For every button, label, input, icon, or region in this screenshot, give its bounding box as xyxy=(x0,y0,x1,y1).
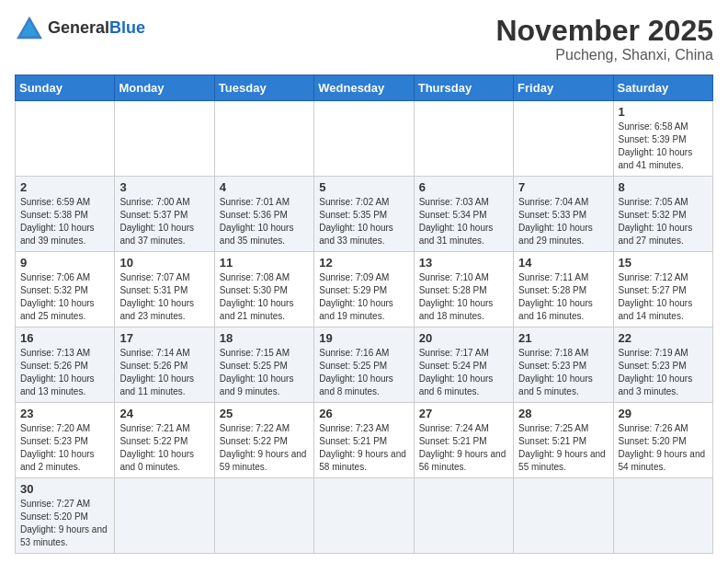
logo: GeneralBlue xyxy=(15,15,145,40)
calendar-cell xyxy=(514,478,613,554)
day-number: 25 xyxy=(220,407,309,420)
cell-info: Sunrise: 7:12 AM Sunset: 5:27 PM Dayligh… xyxy=(619,271,708,323)
calendar-cell xyxy=(414,101,513,177)
day-number: 23 xyxy=(20,407,109,420)
cell-info: Sunrise: 7:17 AM Sunset: 5:24 PM Dayligh… xyxy=(419,347,508,398)
calendar-cell: 18Sunrise: 7:15 AM Sunset: 5:25 PM Dayli… xyxy=(214,327,313,403)
calendar-cell xyxy=(613,478,712,554)
location-title: Pucheng, Shanxi, China xyxy=(495,47,713,63)
day-number: 29 xyxy=(619,407,708,420)
cell-info: Sunrise: 6:58 AM Sunset: 5:39 PM Dayligh… xyxy=(619,121,708,172)
day-number: 22 xyxy=(619,331,708,345)
calendar-cell: 17Sunrise: 7:14 AM Sunset: 5:26 PM Dayli… xyxy=(115,327,214,403)
cell-info: Sunrise: 7:22 AM Sunset: 5:22 PM Dayligh… xyxy=(220,422,309,474)
cell-info: Sunrise: 7:00 AM Sunset: 5:37 PM Dayligh… xyxy=(119,196,209,247)
calendar-week-row: 30Sunrise: 7:27 AM Sunset: 5:20 PM Dayli… xyxy=(16,478,713,554)
day-number: 24 xyxy=(119,407,209,420)
cell-info: Sunrise: 7:05 AM Sunset: 5:32 PM Dayligh… xyxy=(619,196,708,247)
calendar-cell xyxy=(314,478,414,554)
calendar-cell: 10Sunrise: 7:07 AM Sunset: 5:31 PM Dayli… xyxy=(115,252,214,327)
calendar-cell: 27Sunrise: 7:24 AM Sunset: 5:21 PM Dayli… xyxy=(414,403,513,478)
calendar-week-row: 16Sunrise: 7:13 AM Sunset: 5:26 PM Dayli… xyxy=(16,327,713,403)
calendar-week-row: 9Sunrise: 7:06 AM Sunset: 5:32 PM Daylig… xyxy=(16,252,713,327)
day-number: 17 xyxy=(119,331,209,345)
weekday-header-thursday: Thursday xyxy=(414,75,513,101)
weekday-header-saturday: Saturday xyxy=(613,75,712,101)
calendar-cell xyxy=(115,101,214,177)
cell-info: Sunrise: 7:08 AM Sunset: 5:30 PM Dayligh… xyxy=(220,271,309,323)
day-number: 2 xyxy=(20,180,109,194)
calendar-cell: 23Sunrise: 7:20 AM Sunset: 5:23 PM Dayli… xyxy=(16,403,115,478)
cell-info: Sunrise: 7:15 AM Sunset: 5:25 PM Dayligh… xyxy=(220,347,309,398)
calendar-cell: 16Sunrise: 7:13 AM Sunset: 5:26 PM Dayli… xyxy=(16,327,115,403)
day-number: 12 xyxy=(319,256,408,270)
day-number: 21 xyxy=(518,331,608,345)
calendar-cell: 20Sunrise: 7:17 AM Sunset: 5:24 PM Dayli… xyxy=(414,327,513,403)
calendar-cell: 25Sunrise: 7:22 AM Sunset: 5:22 PM Dayli… xyxy=(214,403,313,478)
day-number: 9 xyxy=(20,256,109,270)
calendar-week-row: 23Sunrise: 7:20 AM Sunset: 5:23 PM Dayli… xyxy=(16,403,713,478)
weekday-header-wednesday: Wednesday xyxy=(314,75,414,101)
calendar-cell: 2Sunrise: 6:59 AM Sunset: 5:38 PM Daylig… xyxy=(16,177,115,252)
cell-info: Sunrise: 7:25 AM Sunset: 5:21 PM Dayligh… xyxy=(518,422,608,474)
logo-text: GeneralBlue xyxy=(48,18,145,38)
cell-info: Sunrise: 7:10 AM Sunset: 5:28 PM Dayligh… xyxy=(419,271,508,323)
cell-info: Sunrise: 7:13 AM Sunset: 5:26 PM Dayligh… xyxy=(20,347,109,398)
calendar-cell: 8Sunrise: 7:05 AM Sunset: 5:32 PM Daylig… xyxy=(613,177,712,252)
day-number: 26 xyxy=(319,407,408,420)
calendar-cell: 1Sunrise: 6:58 AM Sunset: 5:39 PM Daylig… xyxy=(613,101,712,177)
calendar-cell xyxy=(16,101,115,177)
calendar-cell: 21Sunrise: 7:18 AM Sunset: 5:23 PM Dayli… xyxy=(514,327,613,403)
calendar-cell: 24Sunrise: 7:21 AM Sunset: 5:22 PM Dayli… xyxy=(115,403,214,478)
cell-info: Sunrise: 7:01 AM Sunset: 5:36 PM Dayligh… xyxy=(220,196,309,247)
cell-info: Sunrise: 7:06 AM Sunset: 5:32 PM Dayligh… xyxy=(20,271,109,323)
calendar-cell: 26Sunrise: 7:23 AM Sunset: 5:21 PM Dayli… xyxy=(314,403,414,478)
logo-icon xyxy=(15,15,44,40)
calendar-cell: 7Sunrise: 7:04 AM Sunset: 5:33 PM Daylig… xyxy=(514,177,613,252)
day-number: 27 xyxy=(419,407,508,420)
calendar-header-row: SundayMondayTuesdayWednesdayThursdayFrid… xyxy=(16,75,713,101)
calendar-cell: 19Sunrise: 7:16 AM Sunset: 5:25 PM Dayli… xyxy=(314,327,414,403)
calendar-cell xyxy=(414,478,513,554)
cell-info: Sunrise: 7:19 AM Sunset: 5:23 PM Dayligh… xyxy=(619,347,708,398)
cell-info: Sunrise: 7:18 AM Sunset: 5:23 PM Dayligh… xyxy=(518,347,608,398)
cell-info: Sunrise: 7:20 AM Sunset: 5:23 PM Dayligh… xyxy=(20,422,109,474)
calendar-cell: 29Sunrise: 7:26 AM Sunset: 5:20 PM Dayli… xyxy=(613,403,712,478)
cell-info: Sunrise: 7:26 AM Sunset: 5:20 PM Dayligh… xyxy=(619,422,708,474)
calendar-cell: 28Sunrise: 7:25 AM Sunset: 5:21 PM Dayli… xyxy=(514,403,613,478)
cell-info: Sunrise: 7:23 AM Sunset: 5:21 PM Dayligh… xyxy=(319,422,408,474)
calendar-week-row: 1Sunrise: 6:58 AM Sunset: 5:39 PM Daylig… xyxy=(16,101,713,177)
cell-info: Sunrise: 7:21 AM Sunset: 5:22 PM Dayligh… xyxy=(119,422,209,474)
calendar-cell: 5Sunrise: 7:02 AM Sunset: 5:35 PM Daylig… xyxy=(314,177,414,252)
month-title: November 2025 xyxy=(495,15,713,47)
calendar-cell xyxy=(214,101,313,177)
cell-info: Sunrise: 7:11 AM Sunset: 5:28 PM Dayligh… xyxy=(518,271,608,323)
day-number: 10 xyxy=(119,256,209,270)
day-number: 5 xyxy=(319,180,408,194)
cell-info: Sunrise: 6:59 AM Sunset: 5:38 PM Dayligh… xyxy=(20,196,109,247)
calendar-cell: 13Sunrise: 7:10 AM Sunset: 5:28 PM Dayli… xyxy=(414,252,513,327)
cell-info: Sunrise: 7:02 AM Sunset: 5:35 PM Dayligh… xyxy=(319,196,408,247)
day-number: 3 xyxy=(119,180,209,194)
calendar-cell: 3Sunrise: 7:00 AM Sunset: 5:37 PM Daylig… xyxy=(115,177,214,252)
cell-info: Sunrise: 7:03 AM Sunset: 5:34 PM Dayligh… xyxy=(419,196,508,247)
day-number: 6 xyxy=(419,180,508,194)
calendar-cell: 4Sunrise: 7:01 AM Sunset: 5:36 PM Daylig… xyxy=(214,177,313,252)
day-number: 7 xyxy=(518,180,608,194)
cell-info: Sunrise: 7:24 AM Sunset: 5:21 PM Dayligh… xyxy=(419,422,508,474)
day-number: 30 xyxy=(20,482,109,496)
day-number: 1 xyxy=(619,105,708,119)
page-header: GeneralBlue November 2025 Pucheng, Shanx… xyxy=(15,15,713,63)
day-number: 20 xyxy=(419,331,508,345)
cell-info: Sunrise: 7:07 AM Sunset: 5:31 PM Dayligh… xyxy=(119,271,209,323)
weekday-header-friday: Friday xyxy=(514,75,613,101)
cell-info: Sunrise: 7:09 AM Sunset: 5:29 PM Dayligh… xyxy=(319,271,408,323)
weekday-header-monday: Monday xyxy=(115,75,214,101)
calendar-cell xyxy=(514,101,613,177)
calendar-cell xyxy=(214,478,313,554)
day-number: 14 xyxy=(518,256,608,270)
day-number: 13 xyxy=(419,256,508,270)
calendar-cell: 30Sunrise: 7:27 AM Sunset: 5:20 PM Dayli… xyxy=(16,478,115,554)
day-number: 16 xyxy=(20,331,109,345)
day-number: 28 xyxy=(518,407,608,420)
